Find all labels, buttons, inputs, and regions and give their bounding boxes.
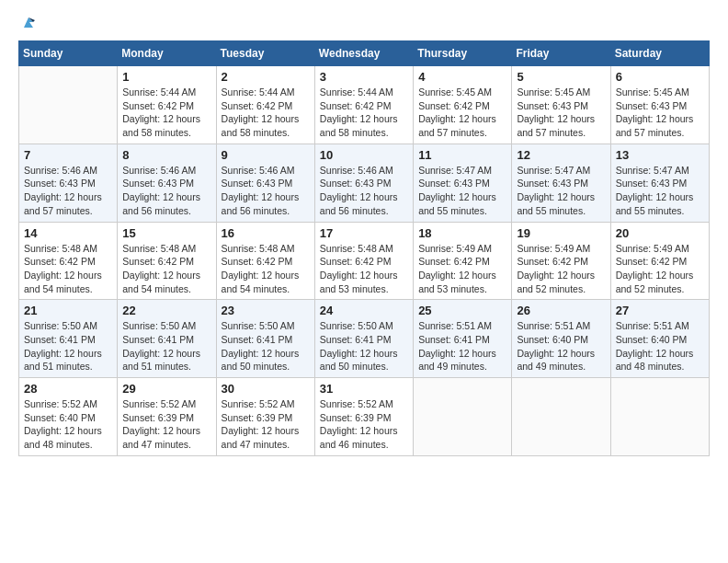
calendar-cell: 19 Sunrise: 5:49 AMSunset: 6:42 PMDaylig… bbox=[512, 222, 610, 300]
calendar-cell: 24 Sunrise: 5:50 AMSunset: 6:41 PMDaylig… bbox=[314, 300, 413, 378]
calendar-cell: 29 Sunrise: 5:52 AMSunset: 6:39 PMDaylig… bbox=[118, 378, 216, 456]
day-number: 25 bbox=[418, 304, 506, 317]
day-number: 10 bbox=[320, 148, 408, 162]
calendar-cell: 2 Sunrise: 5:44 AMSunset: 6:42 PMDayligh… bbox=[216, 66, 314, 144]
day-number: 27 bbox=[616, 304, 704, 317]
calendar-cell: 7 Sunrise: 5:46 AMSunset: 6:43 PMDayligh… bbox=[19, 144, 118, 222]
day-info: Sunrise: 5:45 AMSunset: 6:43 PMDaylight:… bbox=[616, 86, 704, 140]
calendar-cell: 30 Sunrise: 5:52 AMSunset: 6:39 PMDaylig… bbox=[216, 378, 314, 456]
calendar-header-row: SundayMondayTuesdayWednesdayThursdayFrid… bbox=[19, 41, 710, 66]
calendar-week-2: 7 Sunrise: 5:46 AMSunset: 6:43 PMDayligh… bbox=[19, 144, 710, 222]
day-number: 13 bbox=[616, 148, 704, 162]
day-number: 17 bbox=[320, 226, 408, 240]
calendar-cell: 20 Sunrise: 5:49 AMSunset: 6:42 PMDaylig… bbox=[610, 222, 709, 300]
calendar-cell: 16 Sunrise: 5:48 AMSunset: 6:42 PMDaylig… bbox=[216, 222, 314, 300]
calendar-cell: 23 Sunrise: 5:50 AMSunset: 6:41 PMDaylig… bbox=[216, 300, 314, 378]
day-info: Sunrise: 5:45 AMSunset: 6:43 PMDaylight:… bbox=[517, 86, 605, 140]
calendar-cell: 22 Sunrise: 5:50 AMSunset: 6:41 PMDaylig… bbox=[118, 300, 216, 378]
logo bbox=[18, 18, 37, 31]
day-info: Sunrise: 5:52 AMSunset: 6:39 PMDaylight:… bbox=[122, 397, 210, 452]
calendar-cell: 9 Sunrise: 5:46 AMSunset: 6:43 PMDayligh… bbox=[216, 144, 314, 222]
day-info: Sunrise: 5:48 AMSunset: 6:42 PMDaylight:… bbox=[222, 242, 310, 296]
day-number: 5 bbox=[517, 70, 605, 84]
day-number: 2 bbox=[222, 70, 310, 84]
calendar-cell: 18 Sunrise: 5:49 AMSunset: 6:42 PMDaylig… bbox=[414, 222, 512, 300]
day-number: 8 bbox=[122, 148, 210, 162]
calendar-cell: 28 Sunrise: 5:52 AMSunset: 6:40 PMDaylig… bbox=[19, 378, 118, 456]
day-header-wednesday: Wednesday bbox=[314, 41, 413, 66]
calendar-cell: 8 Sunrise: 5:46 AMSunset: 6:43 PMDayligh… bbox=[118, 144, 216, 222]
calendar-cell bbox=[19, 66, 118, 144]
calendar-table: SundayMondayTuesdayWednesdayThursdayFrid… bbox=[18, 40, 710, 456]
calendar-cell: 14 Sunrise: 5:48 AMSunset: 6:42 PMDaylig… bbox=[19, 222, 118, 300]
day-header-thursday: Thursday bbox=[414, 41, 512, 66]
day-info: Sunrise: 5:49 AMSunset: 6:42 PMDaylight:… bbox=[616, 242, 704, 296]
day-header-monday: Monday bbox=[118, 41, 216, 66]
day-number: 30 bbox=[222, 382, 310, 396]
day-number: 28 bbox=[24, 382, 112, 396]
day-info: Sunrise: 5:46 AMSunset: 6:43 PMDaylight:… bbox=[24, 164, 112, 218]
day-number: 1 bbox=[122, 70, 210, 84]
day-info: Sunrise: 5:52 AMSunset: 6:40 PMDaylight:… bbox=[24, 397, 112, 452]
day-info: Sunrise: 5:51 AMSunset: 6:41 PMDaylight:… bbox=[418, 319, 506, 373]
day-number: 26 bbox=[517, 304, 605, 317]
day-number: 3 bbox=[320, 70, 408, 84]
day-info: Sunrise: 5:44 AMSunset: 6:42 PMDaylight:… bbox=[222, 86, 310, 140]
day-number: 22 bbox=[122, 304, 210, 317]
day-number: 19 bbox=[517, 226, 605, 240]
day-number: 21 bbox=[24, 304, 112, 317]
day-info: Sunrise: 5:44 AMSunset: 6:42 PMDaylight:… bbox=[320, 86, 408, 140]
logo-icon bbox=[20, 15, 37, 31]
day-info: Sunrise: 5:46 AMSunset: 6:43 PMDaylight:… bbox=[122, 164, 210, 218]
day-info: Sunrise: 5:47 AMSunset: 6:43 PMDaylight:… bbox=[517, 164, 605, 218]
calendar-cell: 26 Sunrise: 5:51 AMSunset: 6:40 PMDaylig… bbox=[512, 300, 610, 378]
day-info: Sunrise: 5:50 AMSunset: 6:41 PMDaylight:… bbox=[222, 319, 310, 373]
calendar-cell bbox=[414, 378, 512, 456]
calendar-week-1: 1 Sunrise: 5:44 AMSunset: 6:42 PMDayligh… bbox=[19, 66, 710, 144]
day-info: Sunrise: 5:44 AMSunset: 6:42 PMDaylight:… bbox=[122, 86, 210, 140]
day-info: Sunrise: 5:45 AMSunset: 6:42 PMDaylight:… bbox=[418, 86, 506, 140]
calendar-cell: 27 Sunrise: 5:51 AMSunset: 6:40 PMDaylig… bbox=[610, 300, 709, 378]
calendar-cell bbox=[610, 378, 709, 456]
day-number: 29 bbox=[122, 382, 210, 396]
day-number: 31 bbox=[320, 382, 408, 396]
day-info: Sunrise: 5:50 AMSunset: 6:41 PMDaylight:… bbox=[320, 319, 408, 373]
calendar-cell: 10 Sunrise: 5:46 AMSunset: 6:43 PMDaylig… bbox=[314, 144, 413, 222]
calendar-cell: 25 Sunrise: 5:51 AMSunset: 6:41 PMDaylig… bbox=[414, 300, 512, 378]
day-info: Sunrise: 5:47 AMSunset: 6:43 PMDaylight:… bbox=[616, 164, 704, 218]
calendar-cell: 1 Sunrise: 5:44 AMSunset: 6:42 PMDayligh… bbox=[118, 66, 216, 144]
calendar-cell bbox=[512, 378, 610, 456]
calendar-cell: 5 Sunrise: 5:45 AMSunset: 6:43 PMDayligh… bbox=[512, 66, 610, 144]
day-number: 15 bbox=[122, 226, 210, 240]
calendar-cell: 21 Sunrise: 5:50 AMSunset: 6:41 PMDaylig… bbox=[19, 300, 118, 378]
day-info: Sunrise: 5:49 AMSunset: 6:42 PMDaylight:… bbox=[517, 242, 605, 296]
calendar-cell: 31 Sunrise: 5:52 AMSunset: 6:39 PMDaylig… bbox=[314, 378, 413, 456]
calendar-cell: 3 Sunrise: 5:44 AMSunset: 6:42 PMDayligh… bbox=[314, 66, 413, 144]
day-info: Sunrise: 5:46 AMSunset: 6:43 PMDaylight:… bbox=[320, 164, 408, 218]
day-info: Sunrise: 5:50 AMSunset: 6:41 PMDaylight:… bbox=[122, 319, 210, 373]
calendar-week-5: 28 Sunrise: 5:52 AMSunset: 6:40 PMDaylig… bbox=[19, 378, 710, 456]
day-number: 18 bbox=[418, 226, 506, 240]
day-number: 4 bbox=[418, 70, 506, 84]
day-info: Sunrise: 5:48 AMSunset: 6:42 PMDaylight:… bbox=[122, 242, 210, 296]
day-number: 14 bbox=[24, 226, 112, 240]
calendar-cell: 15 Sunrise: 5:48 AMSunset: 6:42 PMDaylig… bbox=[118, 222, 216, 300]
day-info: Sunrise: 5:52 AMSunset: 6:39 PMDaylight:… bbox=[320, 397, 408, 452]
day-header-saturday: Saturday bbox=[610, 41, 709, 66]
day-header-tuesday: Tuesday bbox=[216, 41, 314, 66]
day-number: 20 bbox=[616, 226, 704, 240]
day-number: 11 bbox=[418, 148, 506, 162]
day-number: 16 bbox=[222, 226, 310, 240]
day-header-sunday: Sunday bbox=[19, 41, 118, 66]
day-info: Sunrise: 5:49 AMSunset: 6:42 PMDaylight:… bbox=[418, 242, 506, 296]
calendar-cell: 17 Sunrise: 5:48 AMSunset: 6:42 PMDaylig… bbox=[314, 222, 413, 300]
day-info: Sunrise: 5:51 AMSunset: 6:40 PMDaylight:… bbox=[616, 319, 704, 373]
day-number: 7 bbox=[24, 148, 112, 162]
calendar-cell: 12 Sunrise: 5:47 AMSunset: 6:43 PMDaylig… bbox=[512, 144, 610, 222]
day-info: Sunrise: 5:48 AMSunset: 6:42 PMDaylight:… bbox=[24, 242, 112, 296]
day-header-friday: Friday bbox=[512, 41, 610, 66]
day-info: Sunrise: 5:50 AMSunset: 6:41 PMDaylight:… bbox=[24, 319, 112, 373]
day-number: 12 bbox=[517, 148, 605, 162]
calendar-cell: 11 Sunrise: 5:47 AMSunset: 6:43 PMDaylig… bbox=[414, 144, 512, 222]
calendar-week-3: 14 Sunrise: 5:48 AMSunset: 6:42 PMDaylig… bbox=[19, 222, 710, 300]
